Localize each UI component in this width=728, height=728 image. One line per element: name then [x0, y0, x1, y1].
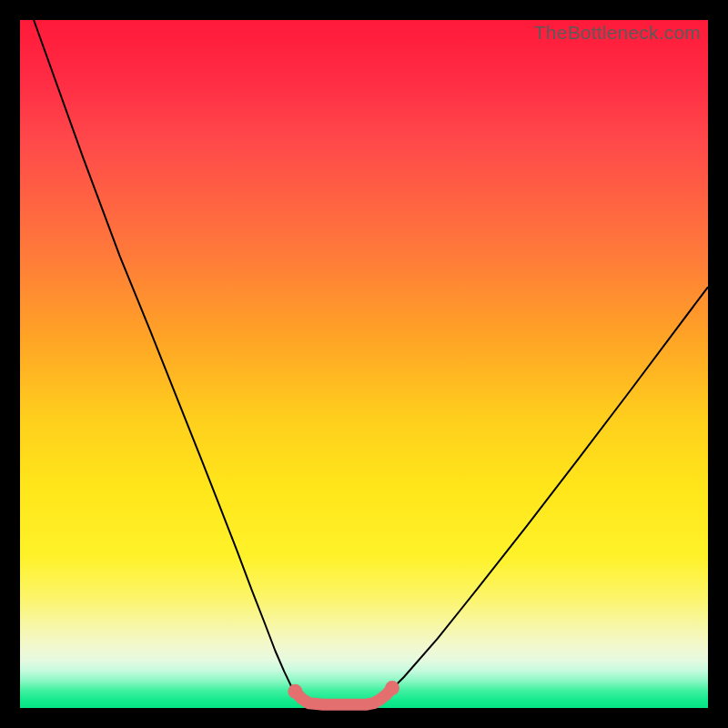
chart-overlay-svg — [20, 20, 708, 708]
highlight-dot — [288, 684, 302, 699]
highlight-dot — [385, 681, 399, 695]
bottleneck-curve — [34, 20, 708, 704]
highlight-segment — [295, 688, 392, 704]
chart-plot-area: TheBottleneck.com — [20, 20, 708, 708]
chart-frame: TheBottleneck.com — [0, 0, 728, 728]
